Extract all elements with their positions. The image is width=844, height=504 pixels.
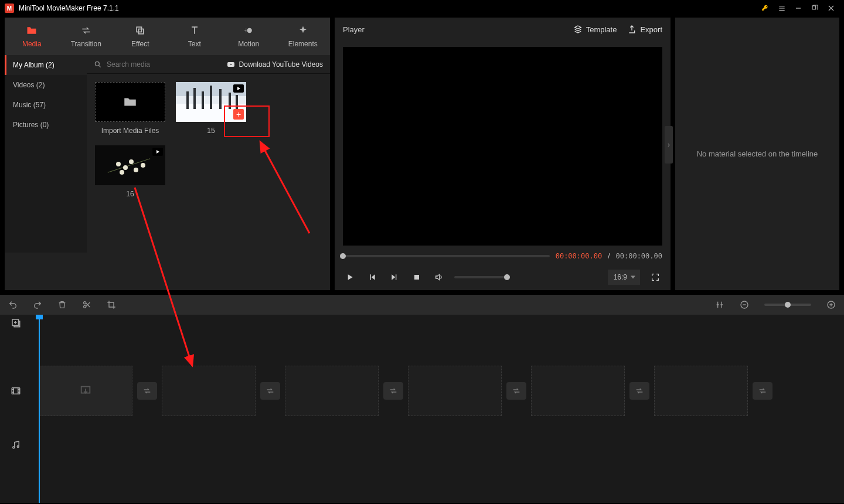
volume-slider[interactable] bbox=[454, 276, 507, 278]
timeline-drop-slot[interactable] bbox=[654, 366, 748, 416]
video-badge-icon bbox=[152, 148, 163, 156]
media-toolbar: Download YouTube Videos bbox=[87, 55, 330, 74]
transition-slot[interactable] bbox=[629, 382, 649, 400]
next-frame-button[interactable] bbox=[387, 270, 401, 284]
svg-rect-1 bbox=[137, 27, 141, 32]
media-sidebar: My Album (2) Videos (2) Music (57) Pictu… bbox=[5, 55, 87, 253]
video-track[interactable] bbox=[32, 364, 844, 418]
import-media-label: Import Media Files bbox=[101, 127, 159, 135]
zoom-out-button[interactable] bbox=[740, 300, 749, 309]
redo-button[interactable] bbox=[33, 300, 42, 309]
zoom-slider[interactable] bbox=[764, 304, 811, 306]
premium-key-icon[interactable] bbox=[757, 0, 774, 16]
auto-fit-button[interactable] bbox=[715, 300, 724, 309]
download-youtube-link[interactable]: Download YouTube Videos bbox=[226, 60, 323, 69]
sidebar-item-label: Music (57) bbox=[13, 101, 46, 109]
app-logo-icon: M bbox=[5, 4, 14, 13]
template-button[interactable]: Template bbox=[573, 25, 617, 34]
export-button[interactable]: Export bbox=[627, 25, 662, 34]
undo-button[interactable] bbox=[8, 300, 18, 309]
tab-effect[interactable]: Effect bbox=[113, 18, 168, 55]
zoom-handle[interactable] bbox=[785, 302, 791, 308]
transition-slot[interactable] bbox=[137, 382, 157, 400]
stop-button[interactable] bbox=[410, 270, 424, 284]
text-icon bbox=[189, 25, 200, 36]
prev-frame-button[interactable] bbox=[365, 270, 379, 284]
video-preview[interactable] bbox=[343, 47, 662, 246]
aspect-ratio-select[interactable]: 16:9 bbox=[608, 270, 640, 285]
add-to-timeline-button[interactable]: + bbox=[233, 109, 244, 120]
expand-panel-handle[interactable]: › bbox=[665, 126, 673, 164]
youtube-link-label: Download YouTube Videos bbox=[239, 60, 323, 69]
delete-button[interactable] bbox=[57, 300, 67, 309]
scrub-bar: 00:00:00.00 / 00:00:00.00 bbox=[335, 248, 671, 264]
volume-button[interactable] bbox=[432, 270, 446, 284]
playhead[interactable] bbox=[39, 315, 40, 503]
fullscreen-button[interactable] bbox=[648, 270, 662, 284]
audio-track[interactable] bbox=[32, 418, 844, 472]
split-button[interactable] bbox=[82, 300, 91, 309]
timeline-drop-slot[interactable] bbox=[162, 366, 256, 416]
timeline-drop-slot[interactable] bbox=[39, 366, 132, 416]
play-button[interactable] bbox=[343, 270, 357, 284]
time-current: 00:00:00.00 bbox=[556, 252, 602, 260]
svg-point-4 bbox=[95, 62, 99, 66]
menu-icon[interactable] bbox=[774, 0, 790, 16]
scrub-track[interactable] bbox=[343, 255, 550, 257]
timeline-drop-slot[interactable] bbox=[285, 366, 379, 416]
tab-media[interactable]: Media bbox=[5, 18, 59, 55]
sidebar-item-music[interactable]: Music (57) bbox=[5, 95, 87, 115]
tab-text[interactable]: Text bbox=[168, 18, 222, 55]
timeline-drop-slot[interactable] bbox=[531, 366, 625, 416]
timeline-area bbox=[0, 295, 844, 503]
svg-rect-12 bbox=[12, 388, 20, 394]
timeline-tracks[interactable] bbox=[32, 315, 844, 503]
transition-slot[interactable] bbox=[260, 382, 280, 400]
player-title: Player bbox=[343, 25, 365, 34]
timeline-ruler[interactable] bbox=[32, 315, 844, 331]
sidebar-item-pictures[interactable]: Pictures (0) bbox=[5, 115, 87, 135]
svg-rect-2 bbox=[139, 29, 144, 34]
youtube-icon bbox=[226, 60, 236, 69]
folder-icon bbox=[26, 25, 38, 36]
drop-here-icon bbox=[79, 384, 92, 397]
inspector-panel: No material selected on the timeline bbox=[675, 18, 839, 290]
minimize-button[interactable] bbox=[790, 0, 806, 16]
sidebar-item-videos[interactable]: Videos (2) bbox=[5, 75, 87, 95]
media-clip-15[interactable]: + 15 bbox=[176, 82, 246, 135]
video-track-icon bbox=[0, 364, 32, 418]
clip-label: 15 bbox=[207, 127, 215, 135]
volume-handle[interactable] bbox=[504, 274, 510, 280]
media-panel: Media Transition Effect Text Motion Elem… bbox=[5, 18, 330, 290]
tab-media-label: Media bbox=[22, 40, 42, 48]
audio-track-icon bbox=[0, 418, 32, 472]
sparkle-icon bbox=[297, 25, 309, 36]
import-media-tile[interactable]: Import Media Files bbox=[95, 82, 165, 135]
crop-button[interactable] bbox=[107, 300, 116, 309]
search-input[interactable] bbox=[107, 60, 222, 69]
player-controls: 16:9 bbox=[335, 264, 671, 290]
tab-elements[interactable]: Elements bbox=[276, 18, 331, 55]
transition-slot[interactable] bbox=[383, 382, 403, 400]
svg-point-7 bbox=[84, 302, 86, 304]
swap-icon bbox=[80, 25, 92, 36]
timeline-gutter bbox=[0, 315, 32, 503]
folder-open-icon bbox=[122, 94, 138, 110]
transition-slot[interactable] bbox=[506, 382, 526, 400]
add-track-button[interactable] bbox=[0, 315, 32, 331]
sidebar-item-my-album[interactable]: My Album (2) bbox=[5, 55, 87, 75]
tab-transition[interactable]: Transition bbox=[59, 18, 114, 55]
close-button[interactable] bbox=[823, 0, 839, 16]
tab-effect-label: Effect bbox=[131, 40, 149, 48]
tab-motion[interactable]: Motion bbox=[222, 18, 276, 55]
transition-slot[interactable] bbox=[753, 382, 772, 400]
media-clip-16[interactable]: 16 bbox=[95, 145, 165, 198]
zoom-in-button[interactable] bbox=[826, 300, 836, 309]
sidebar-item-label: My Album (2) bbox=[13, 61, 55, 69]
scrub-handle[interactable] bbox=[340, 253, 346, 259]
inspector-empty-message: No material selected on the timeline bbox=[697, 149, 818, 158]
template-label: Template bbox=[586, 25, 617, 34]
time-total: 00:00:00.00 bbox=[616, 252, 662, 260]
timeline-drop-slot[interactable] bbox=[408, 366, 502, 416]
maximize-button[interactable] bbox=[806, 0, 823, 16]
